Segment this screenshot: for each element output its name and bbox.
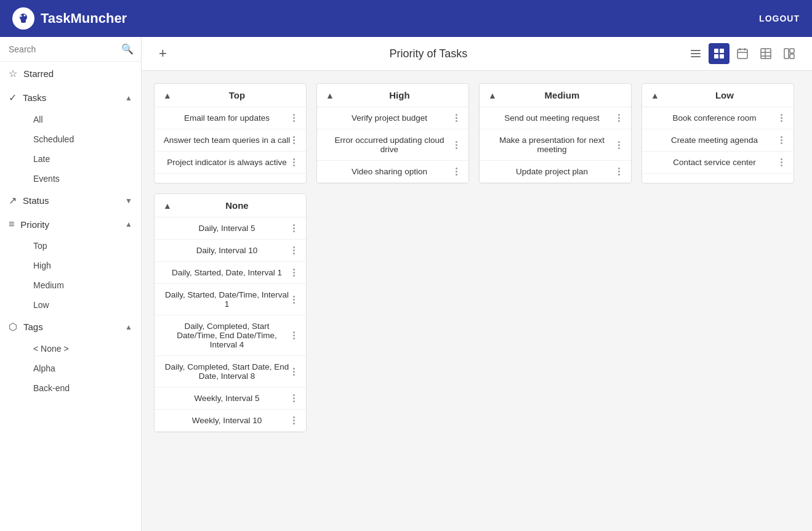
sidebar-status-label: Status <box>23 195 119 206</box>
svg-rect-22 <box>790 54 794 59</box>
svg-rect-9 <box>720 49 724 53</box>
logout-button[interactable]: LOGOUT <box>759 14 800 23</box>
top-column-collapse-icon[interactable]: ▲ <box>163 91 172 100</box>
card-text: Error occurred updating cloud drive <box>326 136 453 154</box>
svg-rect-12 <box>738 49 747 59</box>
tags-chevron-icon: ▲ <box>125 323 132 331</box>
card-menu-button[interactable] <box>291 158 297 166</box>
calendar-icon <box>736 47 749 60</box>
column-none-header: ▲ None <box>155 194 306 217</box>
high-column-collapse-icon[interactable]: ▲ <box>326 91 334 100</box>
sidebar-subitem-low[interactable]: Low <box>25 295 141 315</box>
card-make-presentation[interactable]: Make a presentation for next meeting <box>480 129 631 161</box>
sidebar-subitem-late[interactable]: Late <box>25 149 141 169</box>
card-daily-interval10[interactable]: Daily, Interval 10 <box>155 240 306 262</box>
sidebar-subitem-high[interactable]: High <box>25 256 141 275</box>
card-email-team[interactable]: Email team for updates <box>155 107 306 129</box>
add-task-button[interactable]: + <box>154 43 172 64</box>
card-menu-button[interactable] <box>291 136 297 144</box>
search-input[interactable] <box>9 44 116 54</box>
sidebar-search-container[interactable]: 🔍 <box>0 37 141 62</box>
card-menu-button[interactable] <box>453 168 460 176</box>
card-text: Update project plan <box>488 167 616 176</box>
sidebar-section-tags: ⬡ Tags ▲ < None > Alpha Back-end <box>0 315 141 398</box>
card-menu-button[interactable] <box>291 246 297 254</box>
split-view-button[interactable] <box>779 43 800 64</box>
card-menu-button[interactable] <box>291 394 297 402</box>
sidebar-section-priority: ≡ Priority ▲ Top High Medium Low <box>0 213 141 315</box>
column-low: ▲ Low Book conference room Create meetin… <box>641 83 794 184</box>
medium-column-collapse-icon[interactable]: ▲ <box>488 91 497 100</box>
card-menu-button[interactable] <box>778 136 785 144</box>
sidebar-subitem-all[interactable]: All <box>25 110 141 129</box>
calendar-view-button[interactable] <box>732 43 753 64</box>
sidebar-item-priority[interactable]: ≡ Priority ▲ <box>0 213 141 236</box>
table-view-button[interactable] <box>755 43 776 64</box>
card-menu-button[interactable] <box>291 224 297 232</box>
card-error-cloud[interactable]: Error occurred updating cloud drive <box>317 129 468 161</box>
card-send-meeting[interactable]: Send out meeting request <box>480 107 631 129</box>
card-menu-button[interactable] <box>616 114 622 122</box>
card-contact-service[interactable]: Contact service center <box>642 152 794 174</box>
card-menu-button[interactable] <box>291 296 297 304</box>
card-daily-completed-datetime-4[interactable]: Daily, Completed, Start Date/Time, End D… <box>155 315 306 356</box>
view-switcher <box>685 43 800 64</box>
column-high-title: High <box>339 90 460 100</box>
sidebar-item-starred[interactable]: ☆ Starred <box>0 62 141 86</box>
sidebar-subitem-none-tag[interactable]: < None > <box>25 339 141 359</box>
svg-rect-5 <box>691 50 701 51</box>
card-answer-tech[interactable]: Answer tech team queries in a call <box>155 129 306 152</box>
sidebar-subitem-scheduled[interactable]: Scheduled <box>25 129 141 149</box>
card-book-conference[interactable]: Book conference room <box>642 107 794 129</box>
column-top: ▲ Top Email team for updates Answer tech… <box>154 83 307 184</box>
card-daily-completed-date-8[interactable]: Daily, Completed, Start Date, End Date, … <box>155 356 306 387</box>
grid-view-button[interactable] <box>709 43 730 64</box>
card-menu-button[interactable] <box>291 269 297 277</box>
card-menu-button[interactable] <box>291 114 297 122</box>
card-text: Daily, Completed, Start Date/Time, End D… <box>163 322 291 349</box>
card-menu-button[interactable] <box>291 331 297 339</box>
tasks-chevron-icon: ▲ <box>125 94 132 102</box>
card-menu-button[interactable] <box>291 416 297 424</box>
card-text: Project indicator is always active <box>163 158 291 167</box>
main-layout: 🔍 ☆ Starred ✓ Tasks ▲ All Scheduled Late… <box>0 37 812 531</box>
card-weekly-interval10[interactable]: Weekly, Interval 10 <box>155 410 306 432</box>
card-menu-button[interactable] <box>778 158 785 166</box>
sidebar-item-tags[interactable]: ⬡ Tags ▲ <box>0 315 141 339</box>
card-menu-button[interactable] <box>616 168 622 176</box>
card-menu-button[interactable] <box>453 141 460 149</box>
sidebar-subitem-medium[interactable]: Medium <box>25 275 141 295</box>
card-menu-button[interactable] <box>453 114 460 122</box>
none-column-collapse-icon[interactable]: ▲ <box>163 201 172 211</box>
card-create-agenda[interactable]: Create meeting agenda <box>642 129 794 152</box>
card-menu-button[interactable] <box>291 368 297 376</box>
sidebar-item-tasks[interactable]: ✓ Tasks ▲ <box>0 86 141 110</box>
card-weekly-interval5[interactable]: Weekly, Interval 5 <box>155 387 306 410</box>
priority-subitems: Top High Medium Low <box>0 236 141 315</box>
svg-point-1 <box>20 15 22 17</box>
sidebar-subitem-events[interactable]: Events <box>25 169 141 188</box>
card-menu-button[interactable] <box>778 114 785 122</box>
card-daily-started-date-1[interactable]: Daily, Started, Date, Interval 1 <box>155 262 306 284</box>
list-view-button[interactable] <box>685 43 706 64</box>
card-project-indicator[interactable]: Project indicator is always active <box>155 152 306 174</box>
sidebar-subitem-top[interactable]: Top <box>25 236 141 256</box>
column-top-title: Top <box>177 90 297 100</box>
priority-chevron-icon: ▲ <box>125 220 132 229</box>
toolbar: + Priority of Tasks <box>142 37 812 71</box>
sidebar-item-status[interactable]: ↗ Status ▼ <box>0 188 141 213</box>
low-column-collapse-icon[interactable]: ▲ <box>651 91 659 100</box>
list-icon <box>689 47 702 60</box>
sidebar-subitem-alpha[interactable]: Alpha <box>25 359 141 378</box>
card-update-project[interactable]: Update project plan <box>480 161 631 183</box>
card-video-sharing[interactable]: Video sharing option <box>317 161 468 183</box>
svg-rect-21 <box>790 49 794 53</box>
sidebar-tasks-label: Tasks <box>23 92 119 103</box>
card-menu-button[interactable] <box>616 141 622 149</box>
card-daily-started-datetime-1[interactable]: Daily, Started, Date/Time, Interval 1 <box>155 284 306 315</box>
column-medium-title: Medium <box>502 90 622 100</box>
card-verify-budget[interactable]: Verify project budget <box>317 107 468 129</box>
card-daily-interval5[interactable]: Daily, Interval 5 <box>155 217 306 240</box>
card-text: Weekly, Interval 5 <box>163 394 291 403</box>
sidebar-subitem-backend[interactable]: Back-end <box>25 378 141 398</box>
